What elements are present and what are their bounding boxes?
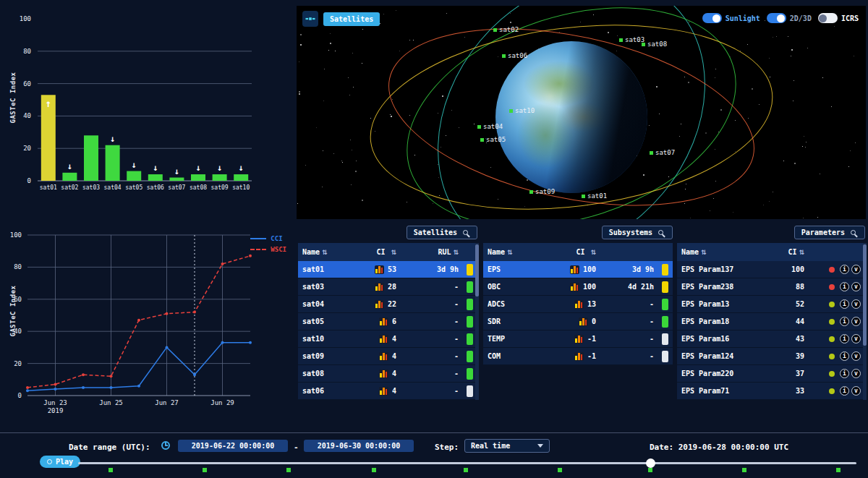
param-plot-button[interactable]: v: [851, 282, 861, 291]
toggle-switch[interactable]: [702, 13, 722, 23]
param-plot-button[interactable]: v: [851, 299, 861, 309]
sort-icon[interactable]: ⇅: [701, 249, 707, 256]
toggle-switch[interactable]: [818, 13, 838, 23]
sort-icon[interactable]: ⇅: [322, 249, 328, 256]
satellites-scrollbar[interactable]: [475, 243, 479, 400]
column-header-ci[interactable]: CI⇅: [354, 248, 396, 256]
parameter-row[interactable]: EPS_Param1352iv: [677, 296, 865, 313]
step-value: Real time: [471, 442, 510, 450]
sort-icon[interactable]: ⇅: [507, 249, 513, 256]
satellite-row[interactable]: sat084-: [298, 365, 477, 383]
gastec-line-chart-panel: GASTeC Index 020406080100Jun 232019Jun 2…: [0, 213, 297, 434]
view-toggles: Sunlight2D/3DICRS: [702, 13, 859, 23]
step-select[interactable]: Real time: [464, 439, 550, 453]
sort-icon[interactable]: ⇅: [590, 249, 596, 256]
subsystem-row[interactable]: TEMP-1-: [483, 330, 673, 348]
satellite-row[interactable]: sat01533d 9h: [298, 261, 477, 278]
parameter-row[interactable]: EPS_Param23888iv: [677, 278, 865, 296]
column-header-name[interactable]: Name⇅: [681, 248, 767, 256]
svg-text:↓: ↓: [217, 163, 222, 173]
sort-icon[interactable]: ⇅: [799, 249, 804, 256]
sort-icon[interactable]: ⇅: [391, 249, 396, 256]
satellite-row[interactable]: sat104-: [298, 330, 477, 348]
subsystems-search[interactable]: Subsystems: [602, 226, 673, 239]
satellite-marker-sat06[interactable]: sat06: [502, 52, 527, 59]
parameters-scrollbar[interactable]: [863, 243, 867, 400]
globe-3d-view[interactable]: sat02sat03sat08sat06sat10sat04sat05sat07…: [297, 6, 866, 219]
param-info-button[interactable]: i: [840, 369, 849, 378]
param-plot-button[interactable]: v: [851, 334, 861, 343]
satellite-marker-sat02[interactable]: sat02: [493, 26, 519, 33]
end-date-input[interactable]: 2019-06-30 00:00:00: [304, 440, 414, 452]
param-info-button[interactable]: i: [840, 351, 849, 361]
param-plot-button[interactable]: v: [851, 265, 861, 274]
parameter-row[interactable]: EPS_Param1643iv: [677, 330, 865, 348]
column-header-name[interactable]: Name⇅: [302, 248, 354, 256]
satellites-search[interactable]: Satellites: [407, 226, 477, 239]
toggle-switch[interactable]: [767, 13, 786, 23]
satellite-marker-sat04[interactable]: sat04: [477, 123, 503, 130]
timeline-slider[interactable]: [78, 462, 856, 464]
satellite-tool-button[interactable]: [302, 11, 318, 27]
param-info-button[interactable]: i: [840, 299, 849, 309]
satellite-dot: [650, 151, 653, 155]
parameter-row[interactable]: EPS_Param22037iv: [677, 365, 865, 383]
satellite-marker-sat07[interactable]: sat07: [650, 149, 675, 156]
param-plot-button[interactable]: v: [851, 386, 861, 396]
start-date-input[interactable]: 2019-06-22 00:00:00: [178, 440, 288, 452]
column-header-rul[interactable]: RUL⇅: [396, 248, 464, 256]
toggle-icrs[interactable]: ICRS: [818, 13, 859, 23]
timeline-slider-knob[interactable]: [646, 458, 655, 468]
satellite-marker-sat01[interactable]: sat01: [582, 192, 607, 200]
column-header-name[interactable]: Name⇅: [488, 248, 554, 256]
play-button[interactable]: Play: [40, 456, 80, 468]
satellite-row[interactable]: sat0422-: [298, 296, 477, 313]
bar-sat02: [62, 173, 77, 181]
clock-button[interactable]: [161, 441, 170, 450]
param-info-button[interactable]: i: [840, 386, 849, 396]
subsystems-table-header: Name⇅CI⇅: [483, 243, 673, 261]
satellite-row[interactable]: sat056-: [298, 313, 477, 330]
satellite-dot: [480, 138, 484, 142]
satellite-row[interactable]: sat0328-: [298, 278, 477, 296]
column-header-ci[interactable]: CI⇅: [767, 248, 804, 256]
subsystem-row[interactable]: ADCS13-: [483, 296, 673, 313]
satellite-row[interactable]: sat094-: [298, 348, 477, 365]
legend-entry-WSCI: WSCI: [250, 246, 286, 253]
subsystem-row[interactable]: COM-1-: [483, 348, 673, 365]
param-info-button[interactable]: i: [840, 282, 849, 291]
satellite-marker-sat10[interactable]: sat10: [509, 107, 535, 114]
parameter-row[interactable]: EPS_Param12439iv: [677, 348, 865, 365]
toggle-sunlight[interactable]: Sunlight: [702, 13, 760, 23]
toggle-2d-3d[interactable]: 2D/3D: [767, 13, 812, 23]
param-info-button[interactable]: i: [840, 317, 849, 326]
subsystem-row[interactable]: SDR0-: [483, 313, 673, 330]
parameters-search[interactable]: Parameters: [794, 226, 865, 239]
satellites-layer-button[interactable]: Satellites: [323, 12, 380, 26]
ci-histogram-icon: [379, 387, 388, 396]
subsystems-table-body: EPS1003d 9hOBC1004d 21hADCS13-SDR0-TEMP-…: [483, 261, 673, 365]
svg-text:↓: ↓: [132, 160, 137, 170]
param-plot-button[interactable]: v: [851, 351, 861, 361]
param-plot-button[interactable]: v: [851, 369, 861, 378]
satellites-table-body: sat01533d 9hsat0328-sat0422-sat056-sat10…: [298, 261, 477, 400]
param-info-button[interactable]: i: [840, 334, 849, 343]
sort-icon[interactable]: ⇅: [453, 249, 459, 256]
svg-text:sat04: sat04: [104, 184, 122, 191]
satellite-marker-sat08[interactable]: sat08: [642, 40, 667, 48]
param-plot-button[interactable]: v: [851, 317, 861, 326]
column-header-ci[interactable]: CI⇅: [554, 248, 596, 256]
subsystem-row[interactable]: OBC1004d 21h: [483, 278, 673, 296]
satellite-row[interactable]: sat064-: [298, 383, 477, 400]
parameter-row[interactable]: EPS_Param137100iv: [677, 261, 865, 278]
param-info-button[interactable]: i: [840, 265, 849, 274]
parameter-row[interactable]: EPS_Param7133iv: [677, 383, 865, 400]
parameter-row[interactable]: EPS_Param1844iv: [677, 313, 865, 330]
parameters-table-body: EPS_Param137100ivEPS_Param23888ivEPS_Par…: [677, 261, 865, 400]
satellite-marker-sat09[interactable]: sat09: [529, 188, 555, 195]
satellite-marker-sat05[interactable]: sat05: [480, 136, 506, 143]
subsystem-row[interactable]: EPS1003d 9h: [483, 261, 673, 278]
satellite-marker-sat03[interactable]: sat03: [619, 36, 644, 43]
status-bar: [662, 264, 668, 276]
timeline-event-marker: [648, 468, 652, 472]
